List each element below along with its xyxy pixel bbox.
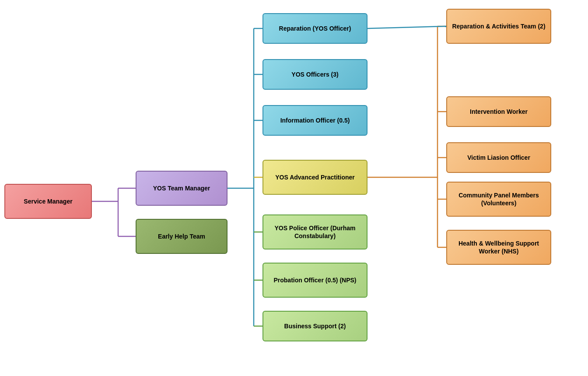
health-wellbeing-node: Health & Wellbeing Support Worker (NHS) bbox=[446, 230, 551, 265]
intervention-worker-node: Intervention Worker bbox=[446, 96, 551, 127]
yos-officers-node: YOS Officers (3) bbox=[262, 59, 368, 90]
yos-team-manager-node: YOS Team Manager bbox=[136, 171, 228, 206]
business-support-node: Business Support (2) bbox=[262, 311, 368, 341]
community-panel-node: Community Panel Members (Volunteers) bbox=[446, 182, 551, 217]
yos-police-node: YOS Police Officer (Durham Constabulary) bbox=[262, 214, 368, 249]
reparation-team-node: Reparation & Activities Team (2) bbox=[446, 9, 551, 44]
yos-advanced-node: YOS Advanced Practitioner bbox=[262, 160, 368, 195]
probation-officer-node: Probation Officer (0.5) (NPS) bbox=[262, 263, 368, 298]
org-chart: Service Manager YOS Team Manager Early H… bbox=[0, 0, 588, 376]
early-help-team-node: Early Help Team bbox=[136, 219, 228, 254]
svg-line-20 bbox=[368, 26, 446, 28]
reparation-node: Reparation (YOS Officer) bbox=[262, 13, 368, 44]
victim-liasion-node: Victim Liasion Officer bbox=[446, 142, 551, 173]
information-officer-node: Information Officer (0.5) bbox=[262, 105, 368, 136]
service-manager-node: Service Manager bbox=[4, 184, 92, 219]
